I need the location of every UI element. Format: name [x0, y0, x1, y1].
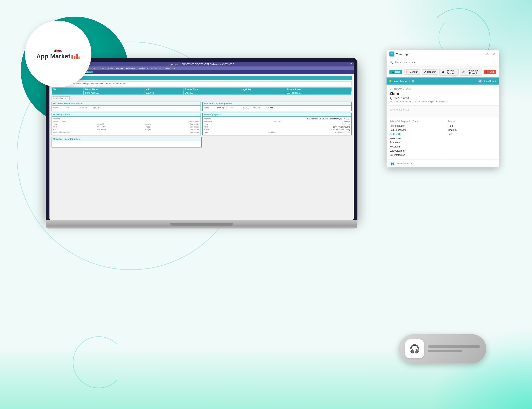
- crm-status-left: Busy - Ticking 00:18: [390, 80, 414, 82]
- demographics-potential-icon: ⊞: [204, 113, 206, 116]
- cell-mrn: 1017040: [144, 91, 184, 95]
- demographics-potential-card: ⊞ Demographics Address: 165 Rockland St,…: [202, 112, 352, 135]
- demographics-current-icon: ⊞: [53, 113, 55, 116]
- name-label: Name: [53, 107, 63, 109]
- priority-low[interactable]: Low: [448, 132, 496, 136]
- potential-patient-icon: ⊞: [204, 102, 206, 105]
- headset-device: 🎧: [399, 334, 486, 363]
- col-patient-name: Patient Name: [83, 88, 144, 91]
- crm-title: Your Logo: [396, 53, 409, 56]
- crm-notes-area[interactable]: Click to add notes: [387, 105, 499, 118]
- priority-list: High Medium Low: [448, 124, 496, 136]
- epic-results-count: Results loaded: 1: [52, 96, 70, 100]
- col-mrn: MRN: [144, 88, 184, 91]
- epic-content: Resolve Data to Patient Review the list …: [49, 74, 354, 220]
- crm-external-link-btn[interactable]: ⎋: [486, 52, 489, 56]
- disposition-resolved[interactable]: Resolved: [390, 145, 438, 149]
- pp-name-label: Name: [204, 107, 214, 109]
- demographics-potential-title: Demographics: [206, 113, 221, 116]
- crm-status-bar: Busy - Ticking 00:18 JB Jane Brown: [387, 77, 499, 84]
- epic-title: Hyperspace - SH SERVICE CENTER - TST Env…: [169, 63, 234, 65]
- crm-priority-col: Priority High Medium Low: [448, 120, 496, 157]
- search-icon: 🔍: [390, 61, 393, 64]
- associate-record-button[interactable]: 🔗 Associate Record: [460, 68, 482, 76]
- caller-name: Zkim: [390, 91, 496, 96]
- disposition-left-voicemail[interactable]: Left Voicemail: [390, 149, 438, 153]
- demographics-potential-header: ⊞ Demographics: [203, 113, 352, 117]
- disposition-title: Select Call Disposition Code: [390, 120, 438, 122]
- menu-item-worklists[interactable]: Worklists List: [137, 67, 149, 69]
- potential-patient-body: Name Zkim, Alpaca MRN 1007097 Birth Dat …: [203, 105, 352, 111]
- col-sex: Legal Sex: [240, 88, 285, 91]
- crm-panel: Y Your Logo ⎋ ✕ 🔍 ⠿ 📞 Hold 📋 Consult ↗ T…: [387, 50, 499, 167]
- address-field: Address: [53, 118, 199, 120]
- agent-name: Jane Brown: [484, 80, 496, 82]
- col-dob: Date Of Birth: [184, 88, 240, 91]
- team-stats-icon: 👥: [390, 161, 395, 166]
- current-patient-title: Current Patient Information: [56, 102, 83, 105]
- pot-phone-field: Home Ph: Work Ph: Mobile:: [204, 121, 350, 122]
- address-label: Address: [53, 118, 60, 120]
- status-dot: [390, 80, 391, 82]
- current-patient-icon: ⊞: [53, 102, 55, 105]
- priority-high[interactable]: High: [448, 124, 496, 128]
- associate-icon: 🔗: [462, 71, 465, 73]
- disposition-payments[interactable]: Payments: [390, 140, 438, 145]
- crm-close-btn[interactable]: ✕: [492, 52, 496, 56]
- pot-pcr-field: PCR John J Pezhova, DO: [204, 126, 350, 128]
- pot-religion-label: Religion: [268, 131, 275, 133]
- status-text: Busy - Ticking: [393, 80, 407, 82]
- medical-records-header: ⊞ Medical Record Numbers: [52, 137, 201, 141]
- disposition-no-answer[interactable]: No Answer: [390, 136, 438, 140]
- headset-icon-circle: 🎧: [405, 339, 424, 358]
- menu-item-resolved[interactable]: Resolved: [115, 67, 124, 69]
- hold-label: Hold: [395, 71, 400, 73]
- lang-value: [Not on file]: [190, 131, 199, 133]
- end-label: End: [489, 71, 494, 73]
- crm-team-stats[interactable]: 👥 Team Statistics: [387, 159, 499, 167]
- menu-item-orders-only[interactable]: Orders Only: [151, 67, 162, 69]
- transfer-icon: ↗: [424, 71, 426, 73]
- pot-ssn-field: SSN eee-11-80: [204, 123, 350, 125]
- priority-title: Priority: [448, 120, 496, 122]
- crm-disposition-row: Select Call Disposition Code No Resoluti…: [390, 120, 496, 157]
- ssn-field: SSN [Not on file] Ethnicity [Not on file…: [53, 123, 199, 125]
- headset-line-1: [428, 345, 480, 348]
- disposition-call-successful[interactable]: Call Successful: [390, 128, 438, 132]
- current-patient-card-header: ⊞ Current Patient Information: [52, 102, 200, 105]
- priority-medium[interactable]: Medium: [448, 128, 496, 132]
- menu-item-patient-lookup[interactable]: Patient Lookup: [163, 67, 178, 69]
- ssn-label: SSN: [53, 123, 57, 125]
- race-value: [Not on file]: [190, 126, 199, 128]
- screen-record-button[interactable]: 🖥 Screen Record: [439, 68, 459, 76]
- screen-label: Screen Record: [445, 69, 456, 74]
- crm-disposition-col: Select Call Disposition Code No Resoluti…: [390, 120, 438, 157]
- epic-window-controls[interactable]: － □ ×: [347, 62, 352, 65]
- hold-button[interactable]: 📞 Hold: [390, 70, 402, 74]
- search-contact-input[interactable]: [395, 61, 492, 64]
- table-row[interactable]: ZKIM, ALPACA 1017040 7/3/1992 100 Portla…: [52, 91, 352, 95]
- headset-icon: 🎧: [409, 344, 420, 354]
- pot-address-field: Address: 165 Rockland St, South Dartmout…: [204, 118, 350, 120]
- lang-field: Preferred Language [Not on file]: [53, 131, 199, 133]
- contact-tags: Ver1-7069|Ver2-339|ver3- California|Ver4…: [390, 101, 496, 103]
- crm-titlebar: Y Your Logo ⎋ ✕: [387, 50, 499, 58]
- cell-dob: 7/3/1992: [184, 91, 240, 95]
- disposition-follow-up[interactable]: Follow Up: [390, 132, 438, 136]
- medical-records-body: [52, 141, 201, 147]
- disposition-not-interested[interactable]: Not Interested: [390, 153, 438, 157]
- menu-item-view-schedule[interactable]: View Schedule: [100, 67, 114, 69]
- transfer-button[interactable]: ↗ Transfer: [422, 69, 438, 74]
- consult-button[interactable]: 📋 Consult: [404, 69, 420, 74]
- consult-label: Consult: [410, 71, 418, 73]
- demographics-current-body: Address Phone numbers 774-555-6880 SSN […: [52, 117, 200, 135]
- end-call-button[interactable]: 📵 End: [484, 70, 496, 74]
- grid-icon[interactable]: ⠿: [493, 60, 496, 65]
- col-address: Street Address: [285, 88, 352, 91]
- crm-call-toolbar: 📞 Hold 📋 Consult ↗ Transfer 🖥 Screen Rec…: [387, 66, 499, 77]
- agent-avatar: JB: [478, 79, 483, 83]
- menu-item-follow-up[interactable]: Follow-Up: [125, 67, 136, 69]
- email-label: E-mail: [53, 129, 58, 131]
- phone-field: Phone numbers 774-555-6880: [53, 121, 199, 122]
- disposition-no-resolution[interactable]: No Resolution: [390, 124, 438, 128]
